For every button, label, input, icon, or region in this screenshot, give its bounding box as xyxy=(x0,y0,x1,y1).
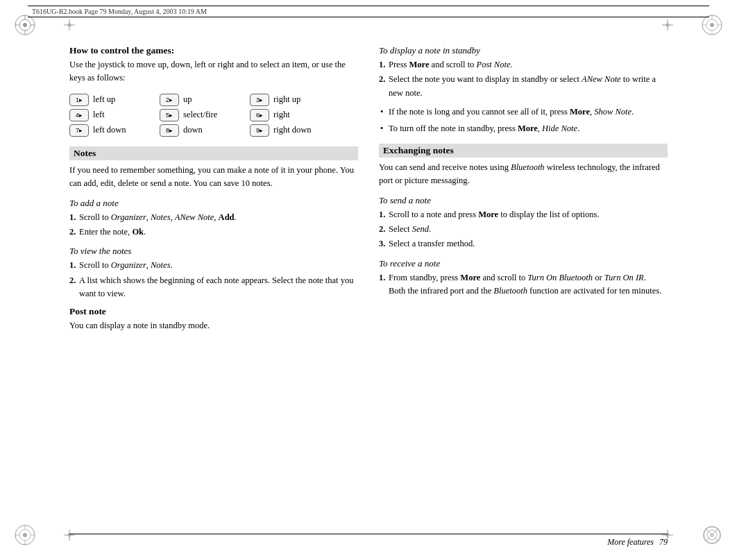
key-cell-2: 2▸ up xyxy=(160,94,250,106)
page-header-text: T616UG-R2.book Page 79 Monday, August 4,… xyxy=(32,8,207,15)
key-cell-4: 4▸ left xyxy=(69,109,160,121)
key-badge-8: 8▸ xyxy=(160,124,179,137)
key-badge-6: 6▸ xyxy=(250,109,269,121)
svg-point-16 xyxy=(23,533,27,537)
view-notes-list: 1. Scroll to Organizer, Notes. 2. A list… xyxy=(69,259,358,300)
exchanging-text: You can send and receive notes using Blu… xyxy=(379,161,668,188)
bullet-item-2: To turn off the note in standby, press M… xyxy=(379,122,668,135)
key-label-4: left xyxy=(93,110,105,120)
key-cell-7: 7▸ left down xyxy=(69,124,160,137)
key-label-2: up xyxy=(183,94,192,105)
key-cell-5: 5▸ select/fire xyxy=(160,109,250,121)
key-cell-6: 6▸ right xyxy=(250,109,340,121)
bullet-list: If the note is long and you cannot see a… xyxy=(379,105,668,135)
notes-header: Notes xyxy=(69,146,358,160)
key-badge-7: 7▸ xyxy=(69,124,89,137)
post-note-text: You can display a note in standby mode. xyxy=(69,319,358,332)
corner-decoration-br xyxy=(700,523,725,548)
add-note-step-2: 2. Enter the note, Ok. xyxy=(69,226,358,239)
notes-intro: If you need to remember something, you c… xyxy=(69,164,358,191)
key-label-7: left down xyxy=(93,125,126,135)
svg-point-23 xyxy=(710,533,714,537)
send-note-step-3: 3. Select a transfer method. xyxy=(379,237,668,251)
page-footer: More features 79 xyxy=(69,534,668,548)
key-badge-1: 1▸ xyxy=(69,94,89,106)
crosshair-tl xyxy=(62,18,76,32)
key-label-8: down xyxy=(183,125,203,135)
receive-note-list: 1. From standby, press More and scroll t… xyxy=(379,271,668,298)
display-standby-step-1: 1. Press More and scroll to Post Note. xyxy=(379,58,668,71)
key-label-9: right down xyxy=(273,125,312,135)
left-column: How to control the games: Use the joysti… xyxy=(69,38,358,518)
key-label-6: right xyxy=(273,110,290,120)
key-label-3: right up xyxy=(273,94,300,105)
bullet-item-1: If the note is long and you cannot see a… xyxy=(379,105,668,119)
key-badge-2: 2▸ xyxy=(160,94,179,106)
footer-page: 79 xyxy=(659,537,668,548)
receive-note-step-1: 1. From standby, press More and scroll t… xyxy=(379,271,668,298)
key-badge-4: 4▸ xyxy=(69,109,89,121)
exchanging-header: Exchanging notes xyxy=(379,144,668,158)
view-notes-step-1: 1. Scroll to Organizer, Notes. xyxy=(69,259,358,272)
key-label-1: left up xyxy=(93,94,115,105)
add-note-title: To add a note xyxy=(69,198,358,209)
key-cell-3: 3▸ right up xyxy=(250,94,340,106)
key-cell-8: 8▸ down xyxy=(160,124,250,137)
send-note-list: 1. Scroll to a note and press More to di… xyxy=(379,208,668,251)
svg-point-9 xyxy=(710,23,714,27)
display-standby-step-2: 2. Select the note you want to display i… xyxy=(379,73,668,100)
view-notes-step-2: 2. A list which shows the beginning of e… xyxy=(69,274,358,301)
view-notes-title: To view the notes xyxy=(69,246,358,257)
svg-point-2 xyxy=(23,23,27,27)
key-cell-1: 1▸ left up xyxy=(69,94,160,106)
key-badge-5: 5▸ xyxy=(160,109,179,121)
key-grid: 1▸ left up 2▸ up 3▸ right up 4▸ left 5▸ … xyxy=(69,94,358,137)
page-header: T616UG-R2.book Page 79 Monday, August 4,… xyxy=(28,6,709,17)
key-label-5: select/fire xyxy=(183,110,217,120)
how-to-text: Use the joystick to move up, down, left … xyxy=(69,58,358,85)
key-cell-9: 9▸ right down xyxy=(250,124,340,137)
send-note-step-2: 2. Select Send. xyxy=(379,223,668,236)
key-badge-9: 9▸ xyxy=(250,124,269,137)
key-badge-3: 3▸ xyxy=(250,94,269,106)
add-note-step-1: 1. Scroll to Organizer, Notes, ANew Note… xyxy=(69,211,358,224)
receive-note-title: To receive a note xyxy=(379,258,668,269)
right-column: To display a note in standby 1. Press Mo… xyxy=(379,38,668,518)
send-note-step-1: 1. Scroll to a note and press More to di… xyxy=(379,208,668,221)
send-note-title: To send a note xyxy=(379,195,668,206)
main-content: How to control the games: Use the joysti… xyxy=(69,38,668,518)
crosshair-tr xyxy=(661,18,675,32)
display-standby-title: To display a note in standby xyxy=(379,45,668,56)
corner-decoration-bl xyxy=(12,523,37,548)
post-note-title: Post note xyxy=(69,306,358,317)
add-note-list: 1. Scroll to Organizer, Notes, ANew Note… xyxy=(69,211,358,239)
footer-label: More features xyxy=(607,537,654,548)
how-to-title: How to control the games: xyxy=(69,45,358,56)
display-standby-list: 1. Press More and scroll to Post Note. 2… xyxy=(379,58,668,100)
